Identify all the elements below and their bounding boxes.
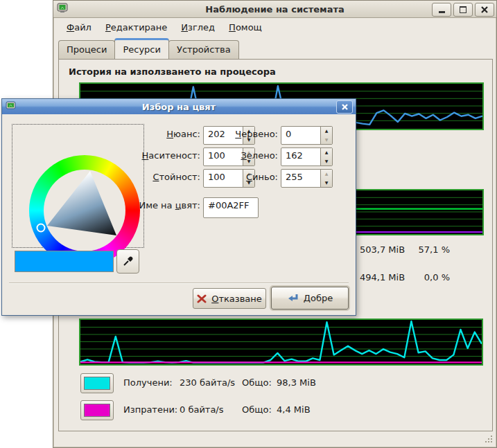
dialog-separator bbox=[9, 283, 349, 284]
red-up-icon[interactable]: ▲ bbox=[321, 127, 332, 136]
tab-resources[interactable]: Ресурси bbox=[114, 38, 169, 59]
close-icon bbox=[481, 6, 488, 13]
memory-percent-value: 57,1 % bbox=[407, 244, 450, 255]
swap-size-value: 494,1 MiB bbox=[360, 272, 405, 283]
received-label: Получени: bbox=[123, 377, 173, 388]
green-down-icon[interactable]: ▼ bbox=[321, 157, 332, 166]
cancel-button[interactable]: Отказване bbox=[193, 288, 266, 309]
memory-size-value: 503,7 MiB bbox=[360, 244, 405, 255]
eyedropper-button[interactable] bbox=[116, 249, 139, 274]
menu-edit[interactable]: Редактиране bbox=[101, 20, 172, 35]
swap-percent-value: 0,0 % bbox=[407, 272, 450, 283]
ok-button[interactable]: Добре bbox=[271, 287, 349, 310]
menu-file[interactable]: Файл bbox=[62, 20, 96, 35]
close-button[interactable] bbox=[475, 3, 494, 17]
cancel-button-label: Отказване bbox=[211, 294, 262, 304]
sent-label: Изпратени: bbox=[123, 404, 177, 415]
tab-processes[interactable]: Процеси bbox=[58, 40, 115, 59]
color-picker-dialog: Избор на цвят bbox=[1, 98, 356, 316]
ok-enter-icon bbox=[287, 293, 299, 303]
eyedropper-icon bbox=[122, 256, 134, 267]
hue-marker-icon[interactable] bbox=[37, 224, 45, 232]
received-color-swatch bbox=[84, 377, 110, 390]
received-color-button[interactable] bbox=[80, 373, 114, 393]
resize-grip[interactable] bbox=[484, 435, 493, 444]
blue-up-icon[interactable]: ▲ bbox=[321, 170, 332, 179]
dialog-titlebar[interactable]: Избор на цвят bbox=[2, 99, 356, 114]
dialog-title: Избор на цвят bbox=[2, 102, 356, 112]
system-monitor-icon bbox=[57, 3, 68, 15]
main-window-title: Наблюдение на системата bbox=[53, 4, 496, 15]
sent-rate: 0 байта/s bbox=[180, 404, 224, 415]
red-label: Червено: bbox=[177, 129, 278, 139]
received-total-label: Общо: bbox=[242, 377, 272, 388]
cpu-history-heading: История на използването на процесора bbox=[69, 66, 276, 77]
blue-down-icon[interactable]: ▼ bbox=[321, 179, 332, 188]
menu-view[interactable]: Изглед bbox=[176, 20, 220, 35]
maximize-button[interactable] bbox=[453, 3, 473, 17]
green-spinbox[interactable]: 162 ▲▼ bbox=[281, 147, 333, 166]
color-name-input[interactable]: #00A2FF bbox=[203, 197, 259, 218]
dialog-close-button[interactable] bbox=[336, 100, 353, 114]
sent-total-label: Общо: bbox=[242, 404, 272, 415]
screenshot-root: Наблюдение на системата Файл Редактиране… bbox=[0, 0, 497, 448]
minimize-icon bbox=[439, 11, 445, 13]
received-total: 98,3 MiB bbox=[277, 377, 316, 388]
menu-help[interactable]: Помощ bbox=[224, 20, 267, 35]
red-spinbox[interactable]: 0 ▲▼ bbox=[281, 126, 333, 145]
received-rate: 230 байта/s bbox=[180, 377, 235, 388]
sent-color-button[interactable] bbox=[80, 400, 114, 420]
blue-label: Синьо: bbox=[177, 172, 278, 182]
blue-spinbox[interactable]: 255 ▲▼ bbox=[281, 169, 333, 188]
tab-devices[interactable]: Устройства bbox=[168, 40, 239, 59]
main-titlebar[interactable]: Наблюдение на системата bbox=[53, 1, 496, 18]
dialog-close-icon bbox=[342, 104, 348, 110]
tab-strip: Процеси Ресурси Устройства bbox=[58, 38, 238, 59]
color-wheel-area[interactable] bbox=[12, 124, 144, 248]
ok-button-label: Добре bbox=[304, 293, 333, 303]
network-history-chart bbox=[79, 319, 483, 366]
selected-color-preview bbox=[15, 251, 114, 272]
red-down-icon[interactable]: ▼ bbox=[321, 136, 332, 145]
cancel-x-icon bbox=[197, 294, 207, 303]
green-label: Зелено: bbox=[177, 150, 278, 161]
sent-total: 4,4 MiB bbox=[277, 404, 311, 415]
sent-color-swatch bbox=[84, 404, 110, 417]
minimize-button[interactable] bbox=[432, 3, 451, 17]
color-name-label: Име на цвят: bbox=[84, 200, 200, 210]
menubar: Файл Редактиране Изглед Помощ bbox=[53, 18, 497, 36]
dialog-icon bbox=[6, 101, 16, 113]
maximize-icon bbox=[460, 6, 467, 13]
green-up-icon[interactable]: ▲ bbox=[321, 148, 332, 157]
